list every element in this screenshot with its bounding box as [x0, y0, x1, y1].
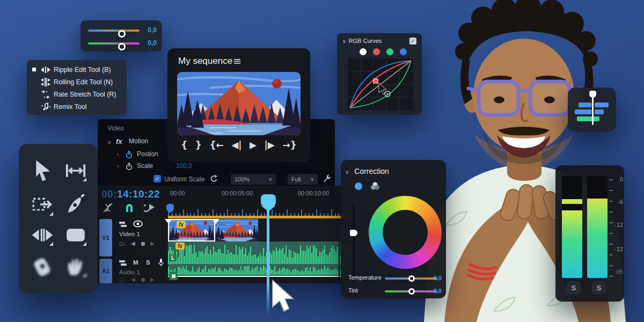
effect-enabled-checkbox[interactable]: ✓: [409, 38, 416, 45]
menu-item-remix[interactable]: Remix Tool: [27, 100, 127, 113]
menu-item-rate-stretch[interactable]: Rate Stretch Tool (R): [27, 88, 127, 100]
collapse-chevron-icon[interactable]: ∨: [345, 169, 349, 175]
linked-selection-icon[interactable]: [102, 202, 114, 214]
temperature-value[interactable]: 0,0: [148, 26, 157, 34]
prev-keyframe-icon[interactable]: ◀: [131, 276, 135, 282]
video-track-name[interactable]: Video 1: [119, 231, 140, 237]
video-clip-selected[interactable]: [168, 219, 215, 241]
collapse-chevron-icon[interactable]: ∨: [107, 139, 111, 145]
wrench-icon[interactable]: [322, 173, 332, 183]
volume-rubber-band[interactable]: [168, 276, 354, 277]
tint-value[interactable]: 0,0: [434, 288, 442, 294]
meter-left-level: [562, 210, 582, 278]
mark-in-button[interactable]: {: [181, 140, 187, 150]
keyframe-dial-icon[interactable]: ○,: [119, 240, 126, 246]
color-wheel-tab[interactable]: [355, 182, 362, 190]
keyframe-handle[interactable]: [169, 272, 178, 280]
tint-label: Tint: [348, 287, 358, 294]
hue-color-wheel[interactable]: [369, 196, 442, 269]
curve-control-point[interactable]: [374, 79, 378, 83]
audio-track-tab[interactable]: A1: [99, 259, 112, 283]
mic-icon[interactable]: [158, 259, 164, 267]
snap-magnet-icon[interactable]: [123, 202, 135, 214]
master-channel-dot[interactable]: [360, 48, 367, 55]
property-scale-value[interactable]: 100,0: [176, 162, 192, 170]
temperature-slider[interactable]: [88, 30, 140, 32]
timeline-sync-icon[interactable]: [144, 202, 156, 214]
pen-tool[interactable]: [64, 193, 87, 217]
playhead-head[interactable]: [261, 194, 276, 206]
correction-title: ∨Correction: [350, 167, 389, 175]
ripple-edit-tool[interactable]: [31, 223, 54, 247]
solo-left-button[interactable]: S: [567, 281, 581, 294]
go-to-out-button[interactable]: →}: [282, 140, 296, 150]
add-keyframe-icon[interactable]: ●: [141, 240, 145, 246]
db-label-12b: -12: [611, 246, 623, 252]
mark-out-button[interactable]: }: [195, 140, 202, 150]
mini-timeline-tile[interactable]: [568, 87, 616, 131]
fx-badge[interactable]: fx: [175, 243, 185, 250]
collapse-chevron-icon[interactable]: ∨: [342, 39, 346, 44]
menu-item-rolling-edit[interactable]: Rolling Edit Tool (N): [27, 76, 127, 88]
uniform-scale-checkbox[interactable]: ✓: [153, 175, 161, 182]
green-channel-dot[interactable]: [386, 48, 393, 55]
work-area-bar[interactable]: [168, 216, 350, 218]
tint-slider[interactable]: [385, 290, 437, 292]
rounded-rectangle-tool[interactable]: [64, 223, 87, 247]
hamburger-menu-icon[interactable]: ≡: [233, 55, 241, 67]
prev-keyframe-icon[interactable]: ◀: [131, 240, 135, 246]
go-to-in-button[interactable]: {←: [209, 140, 223, 150]
reset-icon[interactable]: [209, 174, 218, 184]
audio-track-name[interactable]: Audio 1: [119, 269, 140, 275]
fx-badge[interactable]: fx: [177, 221, 186, 228]
zoom-level-dropdown[interactable]: 100% ∨: [231, 174, 276, 185]
slider-knob[interactable]: [408, 288, 415, 295]
expand-chevron-icon[interactable]: ›: [117, 151, 119, 157]
menu-item-label: Rate Stretch Tool (R): [54, 91, 116, 98]
step-forward-button[interactable]: |▶: [265, 140, 275, 150]
keyframe-dial-icon[interactable]: ○,: [119, 276, 126, 282]
audio-waveform-left[interactable]: [168, 244, 354, 264]
track-select-tool[interactable]: [64, 159, 87, 182]
next-keyframe-icon[interactable]: ▶: [150, 276, 155, 282]
video-track-tab[interactable]: V1: [99, 219, 112, 257]
luma-slider[interactable]: [353, 204, 355, 279]
curves-graph[interactable]: [348, 58, 413, 110]
stopwatch-icon-position[interactable]: [126, 151, 133, 158]
add-keyframe-icon[interactable]: ●: [141, 276, 145, 282]
razor-tool[interactable]: [31, 254, 54, 278]
tint-slider[interactable]: [88, 42, 140, 45]
play-button[interactable]: ▶: [250, 140, 257, 150]
solo-right-button[interactable]: S: [592, 281, 606, 294]
blue-channel-dot[interactable]: [400, 48, 407, 55]
temperature-slider[interactable]: [385, 277, 437, 280]
next-keyframe-icon[interactable]: ▶: [150, 240, 155, 246]
selection-tool[interactable]: [31, 159, 54, 182]
hand-tool[interactable]: [64, 254, 87, 278]
video-clip[interactable]: [215, 219, 258, 241]
playhead-line[interactable]: [267, 210, 269, 316]
sync-lock-icon[interactable]: [119, 221, 127, 228]
step-back-button[interactable]: ◀|: [231, 140, 241, 150]
track-visibility-eye-icon[interactable]: [133, 220, 143, 228]
rgb-circles-icon[interactable]: [370, 181, 380, 191]
mute-button[interactable]: M: [133, 259, 138, 266]
track-select-forward-tool[interactable]: [31, 193, 54, 217]
effect-name[interactable]: Motion: [129, 137, 148, 145]
slider-knob[interactable]: [350, 230, 357, 236]
audio-waveform-right[interactable]: [168, 265, 354, 275]
slider-knob[interactable]: [118, 43, 126, 50]
playback-resolution-dropdown[interactable]: Full ∨: [288, 174, 318, 185]
stopwatch-icon-scale[interactable]: [126, 163, 133, 170]
slider-knob[interactable]: [408, 275, 415, 282]
slider-knob[interactable]: [118, 30, 126, 38]
temperature-value[interactable]: 0,0: [434, 275, 442, 281]
tint-value[interactable]: 0,0: [148, 39, 157, 47]
sync-lock-icon[interactable]: [119, 260, 127, 266]
playhead-timecode[interactable]: 00:14:10:22: [101, 188, 160, 200]
label-badge[interactable]: L: [169, 254, 177, 261]
solo-button[interactable]: S: [146, 259, 150, 266]
menu-item-ripple-edit[interactable]: Ripple Edit Tool (B): [27, 63, 127, 76]
red-channel-dot[interactable]: [373, 48, 380, 55]
expand-chevron-icon[interactable]: ›: [117, 163, 119, 169]
